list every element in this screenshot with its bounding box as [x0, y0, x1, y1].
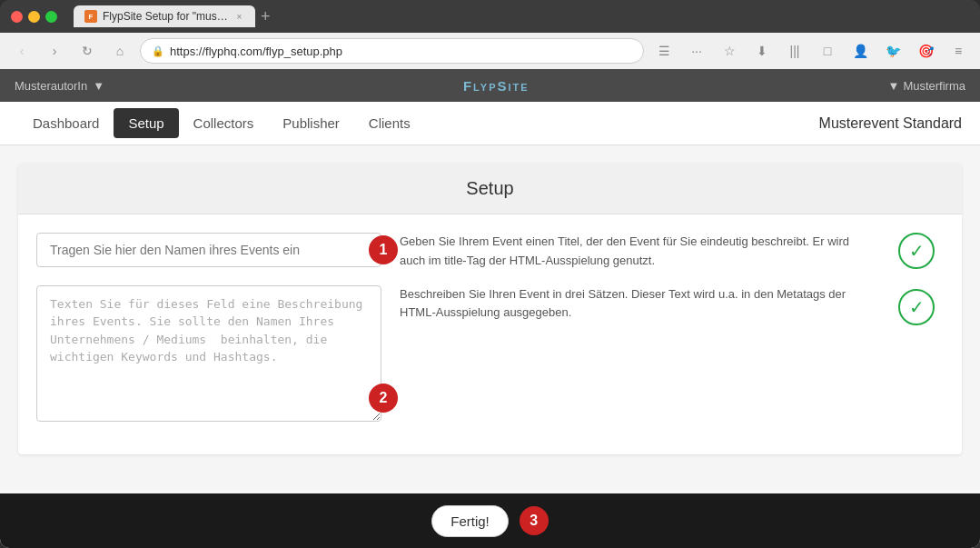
form-row-1: 1 Geben Sie Ihrem Event einen Titel, der…: [36, 233, 944, 271]
profile-icon[interactable]: 👤: [847, 38, 873, 64]
forward-button[interactable]: ›: [42, 38, 67, 64]
traffic-lights: [11, 11, 57, 23]
active-tab[interactable]: F FlypSite Setup for "musterfirma... ×: [74, 5, 255, 27]
step-badge-2: 2: [369, 384, 398, 413]
nav-collectors[interactable]: Collectors: [179, 105, 269, 142]
check-icon-1: ✓: [898, 233, 935, 269]
step-badge-3: 3: [520, 506, 549, 535]
download-icon[interactable]: ⬇: [749, 38, 775, 64]
user-menu[interactable]: MusterautorIn ▼: [15, 79, 104, 93]
done-button[interactable]: Fertig!: [431, 505, 509, 537]
user-dropdown-icon: ▼: [93, 79, 104, 93]
bookmark-icon[interactable]: ☆: [717, 38, 742, 64]
library-icon[interactable]: |||: [782, 38, 807, 64]
brand-logo: FlypSite: [104, 78, 887, 94]
hint-text-2: Beschreiben Sie Ihren Event in drei Sätz…: [400, 285, 871, 324]
menu-icon[interactable]: ···: [684, 38, 709, 64]
main-area: Setup 1 Geben Sie Ihrem Event einen Tite…: [0, 145, 980, 493]
tab-favicon: F: [84, 10, 97, 23]
form-content: 1 Geben Sie Ihrem Event einen Titel, der…: [18, 214, 962, 454]
extension-icon-1[interactable]: 🐦: [880, 38, 906, 64]
nav-bar: Dashboard Setup Collectors Publisher Cli…: [0, 102, 980, 145]
close-button[interactable]: [11, 11, 23, 23]
tab-title: FlypSite Setup for "musterfirma...: [103, 10, 229, 23]
minimize-button[interactable]: [28, 11, 40, 23]
tab-bar: F FlypSite Setup for "musterfirma... × +: [74, 5, 969, 27]
textarea-wrapper: Texten Sie für dieses Feld eine Beschrei…: [36, 285, 381, 422]
home-button[interactable]: ⌂: [107, 38, 133, 64]
back-button[interactable]: ‹: [9, 38, 35, 64]
pocket-icon[interactable]: □: [815, 38, 840, 64]
hint-text-1: Geben Sie Ihrem Event einen Titel, der d…: [400, 233, 871, 271]
new-tab-button[interactable]: +: [261, 7, 271, 26]
refresh-button[interactable]: ↻: [74, 38, 100, 64]
address-input[interactable]: 🔒 https://flyphq.com/flyp_setup.php: [140, 38, 644, 64]
input-wrapper-1: 1: [36, 233, 381, 267]
form-left-1: 1: [36, 233, 381, 267]
setup-title: Setup: [18, 164, 962, 214]
check-1: ✓: [889, 233, 944, 269]
nav-clients[interactable]: Clients: [354, 105, 425, 142]
browser-toolbar: ☰ ··· ☆ ⬇ ||| □ 👤 🐦 🎯 ≡: [651, 38, 971, 64]
address-bar: ‹ › ↻ ⌂ 🔒 https://flyphq.com/flyp_setup.…: [0, 33, 980, 69]
event-name-input[interactable]: [36, 233, 381, 267]
form-hint-1: Geben Sie Ihrem Event einen Titel, der d…: [400, 233, 871, 271]
company-dropdown-icon: ▼: [888, 79, 900, 93]
form-hint-2: Beschreiben Sie Ihren Event in drei Sätz…: [400, 285, 871, 324]
event-description-input[interactable]: Texten Sie für dieses Feld eine Beschrei…: [36, 285, 381, 422]
check-2: ✓: [889, 289, 944, 325]
fullscreen-button[interactable]: [45, 11, 57, 23]
url-text: https://flyphq.com/flyp_setup.php: [170, 45, 342, 58]
step-badge-1: 1: [369, 235, 398, 264]
footer-area: Fertig! 3: [0, 493, 980, 548]
nav-dashboard[interactable]: Dashboard: [18, 105, 114, 142]
company-label: Musterfirma: [903, 79, 965, 93]
reader-icon[interactable]: ☰: [651, 38, 677, 64]
security-icon: 🔒: [152, 45, 164, 57]
nav-setup[interactable]: Setup: [114, 108, 178, 138]
tab-close-button[interactable]: ×: [234, 10, 244, 23]
event-title: Musterevent Standard: [819, 115, 962, 132]
extension-icon-2[interactable]: 🎯: [913, 38, 938, 64]
setup-card: Setup 1 Geben Sie Ihrem Event einen Tite…: [18, 164, 962, 454]
app-header: MusterautorIn ▼ FlypSite ▼ Musterfirma: [0, 69, 980, 102]
check-icon-2: ✓: [898, 289, 935, 325]
form-row-2: Texten Sie für dieses Feld eine Beschrei…: [36, 285, 944, 422]
title-bar: F FlypSite Setup for "musterfirma... × +: [0, 0, 980, 33]
company-menu[interactable]: ▼ Musterfirma: [888, 79, 966, 93]
username-label: MusterautorIn: [15, 79, 87, 93]
form-left-2: Texten Sie für dieses Feld eine Beschrei…: [36, 285, 381, 422]
app-content: MusterautorIn ▼ FlypSite ▼ Musterfirma D…: [0, 69, 980, 548]
browser-menu[interactable]: ≡: [945, 38, 971, 64]
nav-publisher[interactable]: Publisher: [268, 105, 354, 142]
browser-window: F FlypSite Setup for "musterfirma... × +…: [0, 0, 980, 548]
